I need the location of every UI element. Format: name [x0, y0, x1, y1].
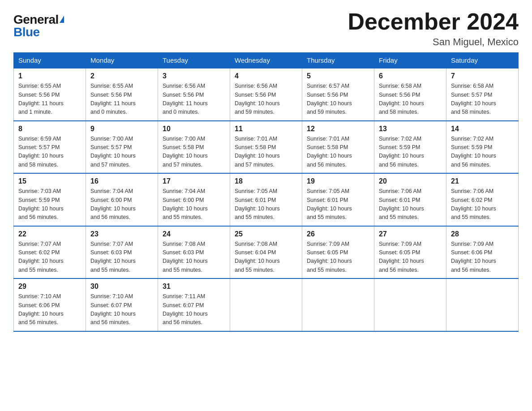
calendar-week-row: 29Sunrise: 7:10 AMSunset: 6:06 PMDayligh…: [14, 278, 519, 331]
header-saturday: Saturday: [446, 53, 519, 68]
header-friday: Friday: [374, 53, 446, 68]
table-row: 1Sunrise: 6:55 AMSunset: 5:56 PMDaylight…: [14, 68, 86, 121]
logo-general-text: General: [13, 13, 59, 26]
day-number: 8: [18, 125, 81, 133]
header: General Blue December 2024 San Miguel, M…: [13, 9, 519, 48]
day-number: 3: [163, 72, 225, 80]
calendar-week-row: 15Sunrise: 7:03 AMSunset: 5:59 PMDayligh…: [14, 173, 519, 226]
day-number: 25: [235, 230, 297, 238]
day-number: 12: [307, 125, 369, 133]
day-number: 7: [451, 72, 514, 80]
day-info: Sunrise: 6:56 AMSunset: 5:56 PMDaylight:…: [163, 82, 225, 117]
day-info: Sunrise: 6:57 AMSunset: 5:56 PMDaylight:…: [307, 82, 369, 117]
logo: General Blue: [13, 13, 64, 39]
day-number: 24: [163, 230, 225, 238]
table-row: 6Sunrise: 6:58 AMSunset: 5:56 PMDaylight…: [374, 68, 446, 121]
table-row: 13Sunrise: 7:02 AMSunset: 5:59 PMDayligh…: [374, 121, 446, 174]
day-number: 5: [307, 72, 369, 80]
table-row: 3Sunrise: 6:56 AMSunset: 5:56 PMDaylight…: [158, 68, 230, 121]
day-number: 27: [379, 230, 442, 238]
day-number: 4: [235, 72, 297, 80]
calendar-week-row: 22Sunrise: 7:07 AMSunset: 6:02 PMDayligh…: [14, 226, 519, 279]
table-row: 27Sunrise: 7:09 AMSunset: 6:05 PMDayligh…: [374, 226, 446, 279]
day-info: Sunrise: 7:06 AMSunset: 6:02 PMDaylight:…: [451, 187, 514, 222]
calendar-header-row: Sunday Monday Tuesday Wednesday Thursday…: [14, 53, 519, 68]
day-number: 13: [379, 125, 442, 133]
table-row: 14Sunrise: 7:02 AMSunset: 5:59 PMDayligh…: [446, 121, 519, 174]
day-info: Sunrise: 6:58 AMSunset: 5:57 PMDaylight:…: [451, 82, 514, 117]
day-info: Sunrise: 7:08 AMSunset: 6:04 PMDaylight:…: [235, 240, 297, 275]
table-row: 9Sunrise: 7:00 AMSunset: 5:57 PMDaylight…: [86, 121, 158, 174]
header-sunday: Sunday: [14, 53, 86, 68]
day-number: 2: [90, 72, 153, 80]
logo-triangle-icon: [60, 16, 64, 23]
day-info: Sunrise: 6:59 AMSunset: 5:57 PMDaylight:…: [18, 135, 81, 170]
header-wednesday: Wednesday: [230, 53, 302, 68]
table-row: 22Sunrise: 7:07 AMSunset: 6:02 PMDayligh…: [14, 226, 86, 279]
table-row: 29Sunrise: 7:10 AMSunset: 6:06 PMDayligh…: [14, 278, 86, 331]
table-row: 15Sunrise: 7:03 AMSunset: 5:59 PMDayligh…: [14, 173, 86, 226]
day-info: Sunrise: 7:03 AMSunset: 5:59 PMDaylight:…: [18, 187, 81, 222]
day-number: 14: [451, 125, 514, 133]
day-number: 17: [163, 177, 225, 185]
day-number: 31: [163, 283, 225, 291]
table-row: 25Sunrise: 7:08 AMSunset: 6:04 PMDayligh…: [230, 226, 302, 279]
table-row: 21Sunrise: 7:06 AMSunset: 6:02 PMDayligh…: [446, 173, 519, 226]
day-number: 15: [18, 177, 81, 185]
table-row: 16Sunrise: 7:04 AMSunset: 6:00 PMDayligh…: [86, 173, 158, 226]
day-number: 1: [18, 72, 81, 80]
table-row: [302, 278, 374, 331]
day-info: Sunrise: 7:10 AMSunset: 6:07 PMDaylight:…: [90, 292, 153, 327]
day-info: Sunrise: 7:07 AMSunset: 6:02 PMDaylight:…: [18, 240, 81, 275]
day-number: 19: [307, 177, 369, 185]
logo-blue-text: Blue: [13, 26, 40, 39]
day-number: 6: [379, 72, 442, 80]
table-row: 8Sunrise: 6:59 AMSunset: 5:57 PMDaylight…: [14, 121, 86, 174]
day-info: Sunrise: 7:06 AMSunset: 6:01 PMDaylight:…: [379, 187, 442, 222]
table-row: 30Sunrise: 7:10 AMSunset: 6:07 PMDayligh…: [86, 278, 158, 331]
day-info: Sunrise: 7:09 AMSunset: 6:06 PMDaylight:…: [451, 240, 514, 275]
day-number: 29: [18, 283, 81, 291]
day-info: Sunrise: 7:09 AMSunset: 6:05 PMDaylight:…: [307, 240, 369, 275]
day-number: 9: [90, 125, 153, 133]
table-row: 20Sunrise: 7:06 AMSunset: 6:01 PMDayligh…: [374, 173, 446, 226]
table-row: [230, 278, 302, 331]
day-info: Sunrise: 6:58 AMSunset: 5:56 PMDaylight:…: [379, 82, 442, 117]
day-number: 26: [307, 230, 369, 238]
title-area: December 2024 San Miguel, Mexico: [348, 9, 519, 48]
day-info: Sunrise: 7:00 AMSunset: 5:58 PMDaylight:…: [163, 135, 225, 170]
calendar-week-row: 8Sunrise: 6:59 AMSunset: 5:57 PMDaylight…: [14, 121, 519, 174]
header-thursday: Thursday: [302, 53, 374, 68]
day-info: Sunrise: 7:11 AMSunset: 6:07 PMDaylight:…: [163, 292, 225, 327]
table-row: 23Sunrise: 7:07 AMSunset: 6:03 PMDayligh…: [86, 226, 158, 279]
day-info: Sunrise: 6:56 AMSunset: 5:56 PMDaylight:…: [235, 82, 297, 117]
table-row: 12Sunrise: 7:01 AMSunset: 5:58 PMDayligh…: [302, 121, 374, 174]
day-info: Sunrise: 7:04 AMSunset: 6:00 PMDaylight:…: [163, 187, 225, 222]
day-number: 18: [235, 177, 297, 185]
month-title: December 2024: [348, 9, 519, 34]
table-row: 4Sunrise: 6:56 AMSunset: 5:56 PMDaylight…: [230, 68, 302, 121]
table-row: 26Sunrise: 7:09 AMSunset: 6:05 PMDayligh…: [302, 226, 374, 279]
day-number: 11: [235, 125, 297, 133]
day-info: Sunrise: 7:02 AMSunset: 5:59 PMDaylight:…: [451, 135, 514, 170]
day-number: 20: [379, 177, 442, 185]
day-info: Sunrise: 7:01 AMSunset: 5:58 PMDaylight:…: [235, 135, 297, 170]
day-number: 23: [90, 230, 153, 238]
table-row: [374, 278, 446, 331]
day-info: Sunrise: 7:02 AMSunset: 5:59 PMDaylight:…: [379, 135, 442, 170]
table-row: 24Sunrise: 7:08 AMSunset: 6:03 PMDayligh…: [158, 226, 230, 279]
day-info: Sunrise: 7:07 AMSunset: 6:03 PMDaylight:…: [90, 240, 153, 275]
day-info: Sunrise: 7:08 AMSunset: 6:03 PMDaylight:…: [163, 240, 225, 275]
calendar-week-row: 1Sunrise: 6:55 AMSunset: 5:56 PMDaylight…: [14, 68, 519, 121]
day-info: Sunrise: 6:55 AMSunset: 5:56 PMDaylight:…: [18, 82, 81, 117]
location: San Miguel, Mexico: [348, 36, 519, 48]
day-info: Sunrise: 7:05 AMSunset: 6:01 PMDaylight:…: [235, 187, 297, 222]
day-info: Sunrise: 7:10 AMSunset: 6:06 PMDaylight:…: [18, 292, 81, 327]
table-row: 17Sunrise: 7:04 AMSunset: 6:00 PMDayligh…: [158, 173, 230, 226]
header-tuesday: Tuesday: [158, 53, 230, 68]
day-number: 30: [90, 283, 153, 291]
day-info: Sunrise: 7:09 AMSunset: 6:05 PMDaylight:…: [379, 240, 442, 275]
day-number: 21: [451, 177, 514, 185]
table-row: 19Sunrise: 7:05 AMSunset: 6:01 PMDayligh…: [302, 173, 374, 226]
calendar-table: Sunday Monday Tuesday Wednesday Thursday…: [13, 52, 519, 332]
